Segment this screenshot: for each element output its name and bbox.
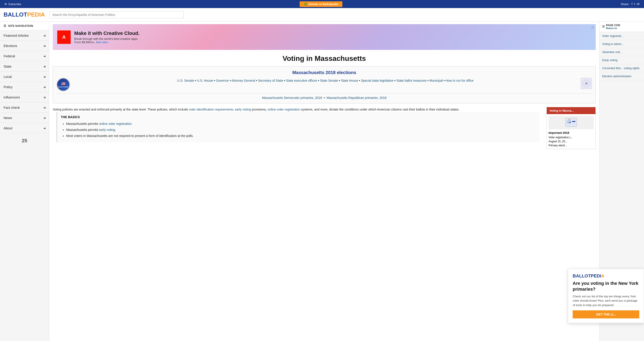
intro-paragraph: Voting policies are enacted and enforced… — [53, 107, 543, 112]
sidebar-item-local[interactable]: Local ◀ — [0, 72, 49, 82]
side-card-body: Important 2018 Voter registration (... A… — [547, 114, 596, 149]
early-voting-link[interactable]: early voting — [235, 108, 251, 111]
popup-cta-button[interactable]: GET THE LI... — [573, 310, 639, 318]
sidebar-item-state[interactable]: State ◀ — [0, 61, 49, 72]
page-contents-header: ☰ PAGE CON Return to — [600, 22, 644, 32]
ad-join-link[interactable]: Join now › — [96, 41, 109, 44]
sidebar-item-influencers[interactable]: Influencers ◀ — [0, 92, 49, 103]
email-share-icon[interactable]: ✉ — [637, 2, 640, 6]
list-item: Massachusetts permits early voting. — [66, 128, 536, 132]
main-content: A Make it with Creative Cloud. Break thr… — [49, 22, 599, 341]
link-governor[interactable]: Governor — [216, 79, 229, 82]
chevron-right-icon: ◀ — [44, 44, 46, 48]
link-state-ballot[interactable]: State ballot measures — [396, 79, 427, 82]
chevron-right-icon: ◀ — [44, 34, 46, 37]
flag-icon: 🇺🇸 — [61, 82, 66, 86]
subscribe-label[interactable]: Subscribe — [8, 3, 21, 6]
chevron-right-icon: ◀ — [44, 96, 46, 99]
sidebar-item-news[interactable]: News ◀ — [0, 113, 49, 123]
twitter-icon[interactable]: t — [634, 2, 635, 6]
ma-elections-infobox: Massachusetts 2018 elections 🇺🇸 ELECTION… — [53, 66, 596, 103]
sidebar-item-elections[interactable]: Elections ◀ — [0, 41, 49, 51]
share-label: Share: — [621, 3, 629, 6]
link-how-to-run[interactable]: How to run for office — [446, 79, 474, 82]
link-us-house[interactable]: U.S. House — [197, 79, 213, 82]
sidebar-item-about[interactable]: About ◀ — [0, 123, 49, 133]
infobox-links-text: U.S. Senate • U.S. House • Governor • At… — [74, 78, 577, 84]
popup-overlay: BALLOTPEDIA Are you voting in the New Yo… — [568, 269, 644, 323]
link-dem-primaries[interactable]: Massachusetts Democratic primaries, 2018 — [262, 96, 322, 100]
link-us-senate[interactable]: U.S. Senate — [177, 79, 194, 82]
link-secretary-of-state[interactable]: Secretary of State — [258, 79, 283, 82]
list-item: Most voters in Massachusetts are not req… — [66, 134, 536, 138]
chevron-right-icon: ◀ — [44, 75, 46, 78]
svg-point-5 — [569, 119, 570, 120]
return-link[interactable]: Return to — [606, 27, 620, 30]
side-card-item1: Important 2018 — [548, 131, 594, 135]
chevron-right-icon: ◀ — [44, 116, 46, 120]
sidebar-item-label: Policy — [4, 85, 12, 89]
sidebar-item-policy[interactable]: Policy ◀ — [0, 82, 49, 92]
header: BALLOTPEDIA — [0, 8, 644, 22]
sidebar-item-label: About — [4, 126, 12, 130]
infobox-primaries: Massachusetts Democratic primaries, 2018… — [56, 96, 592, 100]
side-card: Voting in Massa... Important 2018 Voter … — [546, 107, 596, 149]
toc-item-voter-reg[interactable]: Voter registrati... — [600, 32, 644, 40]
sidebar-item-label: State — [4, 65, 12, 68]
chevron-right-icon: ◀ — [44, 86, 46, 89]
chevron-right-icon: ◀ — [44, 65, 46, 68]
chevron-right-icon: ◀ — [44, 106, 46, 109]
side-card-item3: Primary electi... — [548, 144, 594, 147]
link-rep-primaries[interactable]: Massachusetts Republican primaries, 2018 — [327, 96, 386, 100]
site-navigation-label: SITE NAVIGATION — [8, 24, 33, 28]
link-special-state-leg[interactable]: Special state legislative — [361, 79, 394, 82]
toc-item-voting-in-elections[interactable]: Voting in electi... — [600, 40, 644, 48]
online-voter-reg-link2[interactable]: online voter registration — [99, 122, 132, 126]
toc-item-election-admin[interactable]: Election administration — [600, 72, 644, 80]
voter-id-link[interactable]: voter identification requirements — [189, 108, 233, 111]
share-area: Share: f t ✉ — [621, 2, 640, 6]
sidebar-item-label: Local — [4, 75, 12, 79]
sidebar-item-fact-check[interactable]: Fact check ◀ — [0, 103, 49, 113]
body-section: Voting policies are enacted and enforced… — [53, 107, 596, 149]
link-municipal[interactable]: Municipal — [430, 79, 443, 82]
top-bar: ✉ Subscribe 🌿 Donate to Ballotpedia Shar… — [0, 0, 644, 8]
facebook-icon[interactable]: f — [632, 2, 632, 6]
link-state-exec-offices[interactable]: State executive offices — [286, 79, 317, 82]
online-voter-reg-link[interactable]: online voter registration — [268, 108, 300, 111]
donate-area[interactable]: 🌿 Donate to Ballotpedia — [300, 1, 342, 7]
sidebar-item-label: Federal — [4, 54, 15, 58]
page-title: Voting in Massachusetts — [53, 54, 596, 63]
popup-logo-pedia: A — [601, 273, 604, 278]
toc-item-convicted-felon[interactable]: Convicted felo... voting rights — [600, 64, 644, 72]
early-voting-link2[interactable]: early voting — [99, 128, 115, 132]
sidebar-item-featured-articles[interactable]: Featured Articles ◀ — [0, 31, 49, 41]
toc-item-absentee[interactable]: Absentee voti... — [600, 48, 644, 56]
menu-icon: ☰ — [4, 24, 6, 28]
elections-badge: 🇺🇸 ELECTIONS — [56, 78, 70, 91]
social-icons: f t ✉ — [632, 2, 640, 6]
basics-box: THE BASICS Massachusetts permits online … — [56, 112, 539, 142]
leaf-icon: 🌿 — [304, 3, 307, 6]
search-input[interactable] — [50, 11, 184, 18]
svg-rect-4 — [572, 121, 575, 122]
basics-list: Massachusetts permits online voter regis… — [61, 122, 536, 138]
body-text-left: Voting policies are enacted and enforced… — [53, 107, 543, 146]
infobox-links: 🇺🇸 ELECTIONS U.S. Senate • U.S. House • … — [56, 78, 592, 91]
sidebar-item-federal[interactable]: Federal ◀ — [0, 51, 49, 61]
chevron-right-icon: ◀ — [44, 127, 46, 130]
donate-button[interactable]: 🌿 Donate to Ballotpedia — [300, 1, 342, 7]
sidebar-item-label: News — [4, 116, 12, 120]
toc-item-early-voting[interactable]: Early voting — [600, 56, 644, 64]
massachusetts-seal: ⚔ — [581, 78, 592, 89]
adobe-logo: A — [57, 31, 71, 44]
link-state-senate[interactable]: State Senate — [320, 79, 338, 82]
link-attorney-general[interactable]: Attorney General — [232, 79, 255, 82]
link-state-house[interactable]: State House — [341, 79, 358, 82]
infobox-divider — [56, 94, 592, 94]
sidebar-item-label: Fact check — [4, 106, 20, 109]
logo[interactable]: BALLOTPEDIA — [4, 11, 45, 18]
chevron-right-icon: ◀ — [44, 55, 46, 58]
ad-banner[interactable]: A Make it with Creative Cloud. Break thr… — [53, 24, 596, 50]
ad-text: Make it with Creative Cloud. Break throu… — [74, 31, 591, 44]
